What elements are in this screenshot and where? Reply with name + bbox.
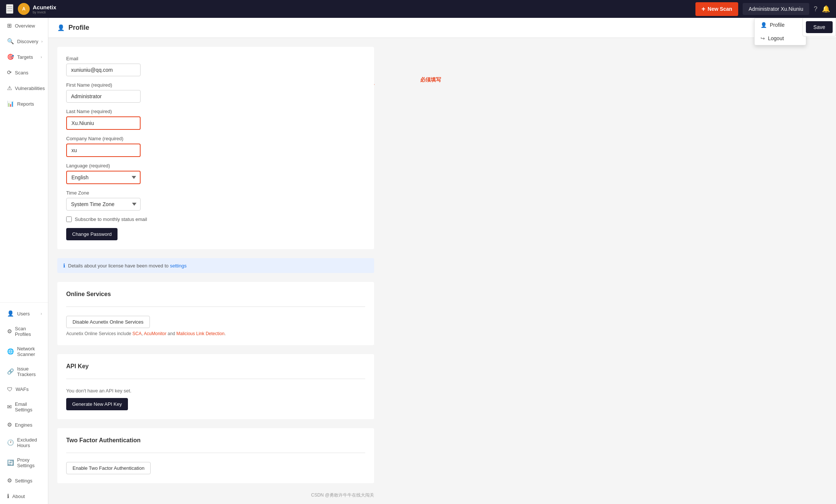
watermark: CSDN @勇敢许牛牛在线大闯关 — [57, 492, 374, 498]
sidebar-item-scans[interactable]: ⟳ Scans — [0, 65, 48, 80]
settings-link[interactable]: settings — [170, 263, 187, 269]
subscribe-label[interactable]: Subscribe to monthly status email — [75, 216, 147, 222]
sidebar-item-about-label: About — [12, 494, 25, 499]
sidebar-item-engines[interactable]: ⚙ Engines — [0, 417, 48, 433]
sidebar-item-discovery[interactable]: 🔍 Discovery › — [0, 33, 48, 49]
sidebar-item-about[interactable]: ℹ About — [0, 488, 48, 504]
dropdown-profile-item[interactable]: 👤 Profile — [755, 18, 806, 32]
logo-icon: A — [18, 3, 30, 15]
last-name-label: Last Name (required) — [66, 109, 365, 114]
email-settings-icon: ✉ — [7, 404, 12, 410]
notifications-button[interactable]: 🔔 — [822, 5, 830, 13]
hamburger-button[interactable]: ☰ — [6, 4, 13, 14]
users-icon: 👤 — [7, 310, 14, 317]
save-button[interactable]: Save — [806, 21, 833, 33]
sidebar-item-targets-label: Targets — [17, 54, 33, 60]
new-scan-button[interactable]: New Scan — [695, 2, 738, 16]
targets-icon: 🎯 — [7, 54, 14, 60]
logout-icon: ↪ — [761, 35, 765, 41]
logo-text-group: Acunetix by Invicti — [33, 4, 56, 14]
sidebar-item-overview-label: Overview — [15, 23, 35, 29]
profile-form-section: 必须填写 Email First Name (required) Last Na… — [57, 47, 374, 249]
annotation-required: 必须填写 — [420, 77, 441, 83]
timezone-select[interactable]: System Time Zone UTC America/New_York Eu… — [66, 198, 141, 211]
sidebar-item-users-label: Users — [17, 311, 30, 317]
subscribe-group: Subscribe to monthly status email — [66, 216, 365, 222]
sca-link[interactable]: SCA — [132, 331, 142, 336]
about-icon: ℹ — [7, 493, 9, 500]
enable-two-factor-button[interactable]: Enable Two Factor Authentication — [66, 462, 151, 474]
language-select[interactable]: English 中文 Japanese Korean — [66, 171, 141, 184]
proxy-settings-icon: 🔄 — [7, 459, 14, 466]
logo: A Acunetix by Invicti — [18, 3, 56, 15]
sidebar-item-targets[interactable]: 🎯 Targets › — [0, 49, 48, 65]
discovery-icon: 🔍 — [7, 38, 14, 45]
two-factor-section: Two Factor Authentication Enable Two Fac… — [57, 428, 374, 483]
engines-icon: ⚙ — [7, 421, 12, 428]
sidebar-item-issue-trackers[interactable]: 🔗 Issue Trackers — [0, 362, 48, 382]
online-services-section: Online Services Disable Acunetix Online … — [57, 282, 374, 345]
sidebar-item-scan-profiles[interactable]: ⚙ Scan Profiles — [0, 321, 48, 341]
sidebar-item-email-settings-label: Email Settings — [15, 401, 42, 412]
api-key-section: API Key You don't have an API key set. G… — [57, 354, 374, 419]
dropdown-profile-label: Profile — [770, 22, 785, 28]
online-services-description: Acunetix Online Services include SCA, Ac… — [66, 331, 365, 336]
page-header: 👤 Profile — [48, 18, 836, 38]
generate-api-key-button[interactable]: Generate New API Key — [66, 398, 128, 410]
two-factor-title: Two Factor Authentication — [66, 437, 365, 444]
malicious-link[interactable]: Malicious Link Detection — [176, 331, 224, 336]
sidebar-item-proxy-settings[interactable]: 🔄 Proxy Settings — [0, 453, 48, 473]
user-dropdown: 👤 Profile ↪ Logout — [754, 18, 806, 45]
sidebar-item-reports-label: Reports — [17, 101, 34, 107]
company-name-input[interactable] — [66, 144, 141, 157]
header-right: New Scan Administrator Xu.Niuniu ? 🔔 — [695, 2, 830, 16]
license-info-text: Details about your license have been mov… — [68, 263, 187, 269]
email-label: Email — [66, 56, 365, 61]
header-left: ☰ A Acunetix by Invicti — [6, 3, 56, 15]
company-label: Company Name (required) — [66, 136, 365, 141]
sidebar-item-settings-label: Settings — [15, 478, 32, 484]
subscribe-checkbox[interactable] — [66, 216, 72, 222]
sidebar-divider — [0, 302, 48, 303]
disable-online-services-button[interactable]: Disable Acunetix Online Services — [66, 316, 150, 328]
dropdown-logout-item[interactable]: ↪ Logout — [755, 32, 806, 45]
sidebar-item-network-scanner-label: Network Scanner — [17, 346, 42, 357]
sidebar-item-wafs[interactable]: 🛡 WAFs — [0, 382, 48, 397]
sidebar-item-scan-profiles-label: Scan Profiles — [15, 326, 42, 337]
issue-trackers-icon: 🔗 — [7, 368, 14, 375]
language-label: Language (required) — [66, 163, 365, 168]
page-title: Profile — [68, 24, 89, 32]
save-overlay: Save — [803, 18, 836, 36]
sidebar-item-email-settings[interactable]: ✉ Email Settings — [0, 397, 48, 417]
sidebar-item-users[interactable]: 👤 Users › — [0, 306, 48, 321]
help-button[interactable]: ? — [814, 5, 817, 13]
acumonitor-link[interactable]: AcuMonitor — [144, 331, 167, 336]
sidebar-item-wafs-label: WAFs — [16, 386, 29, 392]
sidebar-item-reports[interactable]: 📊 Reports — [0, 96, 48, 112]
api-key-title: API Key — [66, 363, 365, 370]
sidebar-item-network-scanner[interactable]: 🌐 Network Scanner — [0, 341, 48, 362]
online-services-title: Online Services — [66, 291, 365, 298]
sidebar-item-vulnerabilities[interactable]: ⚠ Vulnerabilities — [0, 80, 48, 96]
dropdown-logout-label: Logout — [768, 35, 784, 41]
change-password-button[interactable]: Change Password — [66, 228, 118, 240]
profile-icon: 👤 — [761, 22, 767, 28]
first-name-input[interactable] — [66, 90, 141, 103]
api-key-divider — [66, 379, 365, 379]
excluded-hours-icon: 🕐 — [7, 439, 14, 446]
email-group: Email — [66, 56, 365, 76]
reports-icon: 📊 — [7, 100, 14, 107]
app-header: ☰ A Acunetix by Invicti New Scan Adminis… — [0, 0, 836, 18]
scans-icon: ⟳ — [7, 69, 12, 76]
network-scanner-icon: 🌐 — [7, 348, 14, 355]
logo-subtext: by Invicti — [33, 10, 56, 14]
sidebar-item-vulnerabilities-label: Vulnerabilities — [15, 86, 45, 91]
sidebar-item-overview[interactable]: ⊞ Overview — [0, 18, 48, 33]
sidebar-item-excluded-hours[interactable]: 🕐 Excluded Hours — [0, 433, 48, 453]
user-menu-button[interactable]: Administrator Xu.Niuniu — [743, 3, 809, 15]
sidebar-item-settings[interactable]: ⚙ Settings — [0, 473, 48, 488]
sidebar-item-proxy-settings-label: Proxy Settings — [17, 457, 42, 468]
discovery-chevron-icon: › — [41, 39, 43, 44]
last-name-input[interactable] — [66, 116, 141, 130]
email-input[interactable] — [66, 64, 141, 76]
